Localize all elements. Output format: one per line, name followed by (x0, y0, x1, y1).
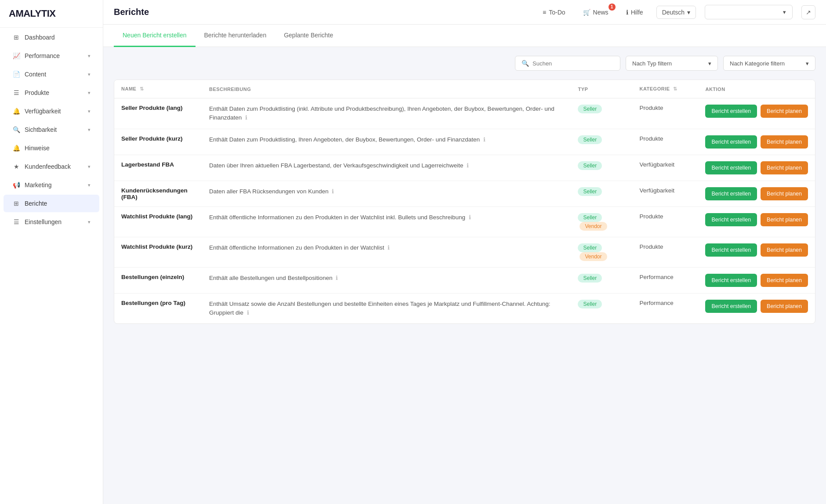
bericht-planen-button[interactable]: Bericht planen (761, 243, 808, 257)
row-kategorie-1: Produkte (632, 129, 698, 155)
verfuegbarkeit-icon: 🔔 (12, 107, 20, 115)
language-selector[interactable]: Deutsch ▾ (656, 6, 696, 19)
content-icon: 📄 (12, 70, 20, 78)
info-icon[interactable]: ℹ (469, 214, 471, 221)
row-name-7: Bestellungen (pro Tag) (114, 293, 202, 323)
sidebar-item-einstellungen[interactable]: ☰Einstellungen▾ (4, 213, 99, 231)
bericht-planen-button[interactable]: Bericht planen (761, 161, 808, 174)
row-aktion-5: Bericht erstellenBericht planen (698, 237, 815, 267)
info-icon[interactable]: ℹ (467, 162, 469, 169)
table-row: Bestellungen (pro Tag)Enthält Umsatz sow… (114, 293, 815, 323)
search-input[interactable] (533, 60, 614, 67)
sidebar: AMALYTIX ⊞Dashboard📈Performance▾📄Content… (0, 0, 103, 504)
produkte-icon: ☰ (12, 89, 20, 97)
row-kategorie-7: Performance (632, 293, 698, 323)
sidebar-item-hinweise[interactable]: 🔔Hinweise (4, 139, 99, 157)
sidebar-item-performance[interactable]: 📈Performance▾ (4, 47, 99, 65)
table-row: Bestellungen (einzeln)Enthält alle Beste… (114, 267, 815, 293)
main-area: Berichte ≡ To-Do 🛒 1 News ℹ Hilfe Deutsc… (103, 0, 826, 504)
sidebar-item-label-verfuegbarkeit: Verfügbarkeit (25, 108, 61, 115)
bericht-planen-button[interactable]: Bericht planen (761, 105, 808, 118)
bericht-planen-button[interactable]: Bericht planen (761, 187, 808, 200)
sidebar-item-produkte[interactable]: ☰Produkte▾ (4, 84, 99, 102)
chevron-down-icon: ▾ (687, 9, 690, 16)
bericht-erstellen-button[interactable]: Bericht erstellen (705, 274, 757, 287)
tab-neuen-bericht[interactable]: Neuen Bericht erstellen (114, 25, 196, 47)
external-link-button[interactable]: ↗ (801, 5, 815, 19)
row-desc-3: Daten aller FBA Rücksendungen von Kunden… (202, 181, 571, 207)
bericht-erstellen-button[interactable]: Bericht erstellen (705, 187, 757, 200)
hinweise-icon: 🔔 (12, 144, 20, 152)
todo-button[interactable]: ≡ To-Do (538, 6, 570, 18)
bericht-planen-button[interactable]: Bericht planen (761, 135, 808, 149)
search-filter[interactable]: 🔍 (515, 56, 620, 71)
kundenfeedback-icon: ★ (12, 163, 20, 170)
chevron-down-icon: ▾ (88, 72, 91, 77)
info-icon[interactable]: ℹ (388, 244, 390, 251)
row-aktion-7: Bericht erstellenBericht planen (698, 293, 815, 323)
sidebar-item-dashboard[interactable]: ⊞Dashboard (4, 29, 99, 46)
sidebar-item-berichte[interactable]: ⊞Berichte (4, 195, 99, 212)
bericht-erstellen-button[interactable]: Bericht erstellen (705, 213, 757, 226)
bericht-erstellen-button[interactable]: Bericht erstellen (705, 243, 757, 257)
sidebar-item-content[interactable]: 📄Content▾ (4, 65, 99, 83)
bericht-planen-button[interactable]: Bericht planen (761, 300, 808, 313)
type-filter[interactable]: Nach Typ filtern ▾ (626, 56, 718, 71)
badge-seller: Seller (578, 213, 602, 222)
row-desc-0: Enthält Daten zum Produktlisting (inkl. … (202, 98, 571, 129)
row-kategorie-4: Produkte (632, 207, 698, 237)
sidebar-item-marketing[interactable]: 📢Marketing▾ (4, 176, 99, 194)
row-name-2: Lagerbestand FBA (114, 155, 202, 181)
chevron-down-icon: ▾ (88, 109, 91, 114)
badge-vendor: Vendor (580, 252, 607, 261)
info-icon[interactable]: ℹ (247, 309, 249, 316)
row-typ-6: Seller (571, 267, 632, 293)
header-actions: ≡ To-Do 🛒 1 News ℹ Hilfe Deutsch ▾ ▾ ↗ (538, 5, 815, 19)
row-aktion-0: Bericht erstellenBericht planen (698, 98, 815, 129)
info-icon[interactable]: ℹ (245, 114, 247, 121)
row-desc-7: Enthält Umsatz sowie die Anzahl Bestellu… (202, 293, 571, 323)
header-search[interactable]: ▾ (705, 5, 793, 19)
table-row: Watchlist Produkte (lang)Enthält öffentl… (114, 207, 815, 237)
badge-seller: Seller (578, 135, 602, 144)
tabs-bar: Neuen Bericht erstellenBerichte herunter… (103, 25, 826, 47)
bericht-planen-button[interactable]: Bericht planen (761, 274, 808, 287)
reports-table-wrapper: NAME ⇅BESCHREIBUNGTYPKATEGORIE ⇅AKTION S… (114, 80, 815, 324)
info-icon[interactable]: ℹ (332, 188, 334, 195)
row-kategorie-3: Verfügbarkeit (632, 181, 698, 207)
badge-seller: Seller (578, 300, 602, 308)
sidebar-item-label-berichte: Berichte (25, 200, 47, 207)
bericht-planen-button[interactable]: Bericht planen (761, 213, 808, 226)
bericht-erstellen-button[interactable]: Bericht erstellen (705, 161, 757, 174)
sidebar-item-verfuegbarkeit[interactable]: 🔔Verfügbarkeit▾ (4, 102, 99, 120)
row-aktion-3: Bericht erstellenBericht planen (698, 181, 815, 207)
hilfe-button[interactable]: ℹ Hilfe (622, 6, 648, 18)
bericht-erstellen-button[interactable]: Bericht erstellen (705, 300, 757, 313)
row-typ-2: Seller (571, 155, 632, 181)
table-row: Seller Produkte (lang)Enthält Daten zum … (114, 98, 815, 129)
tab-herunterladen[interactable]: Berichte herunterladen (196, 25, 275, 47)
category-filter[interactable]: Nach Kategorie filtern ▾ (723, 56, 815, 71)
row-desc-1: Enthält Daten zum Produktlisting, Ihren … (202, 129, 571, 155)
bericht-erstellen-button[interactable]: Bericht erstellen (705, 135, 757, 149)
chevron-down-icon: ▾ (88, 182, 91, 188)
col-header-kategorie[interactable]: KATEGORIE ⇅ (632, 80, 698, 98)
sidebar-item-label-dashboard: Dashboard (25, 34, 55, 41)
sort-icon-name: ⇅ (138, 86, 144, 91)
info-icon[interactable]: ℹ (336, 275, 338, 281)
berichte-icon: ⊞ (12, 199, 20, 207)
sidebar-item-sichtbarkeit[interactable]: 🔍Sichtbarkeit▾ (4, 121, 99, 138)
badge-seller: Seller (578, 105, 602, 113)
col-header-aktion: AKTION (698, 80, 815, 98)
news-button[interactable]: 🛒 1 News (579, 6, 613, 18)
col-header-name[interactable]: NAME ⇅ (114, 80, 202, 98)
sort-icon-kategorie: ⇅ (672, 86, 677, 91)
search-icon: 🔍 (522, 60, 529, 67)
sidebar-item-kundenfeedback[interactable]: ★Kundenfeedback▾ (4, 158, 99, 175)
bericht-erstellen-button[interactable]: Bericht erstellen (705, 105, 757, 118)
hilfe-icon: ℹ (626, 9, 628, 16)
tab-geplante[interactable]: Geplante Berichte (275, 25, 342, 47)
table-row: Seller Produkte (kurz)Enthält Daten zum … (114, 129, 815, 155)
row-typ-7: Seller (571, 293, 632, 323)
info-icon[interactable]: ℹ (483, 136, 485, 143)
